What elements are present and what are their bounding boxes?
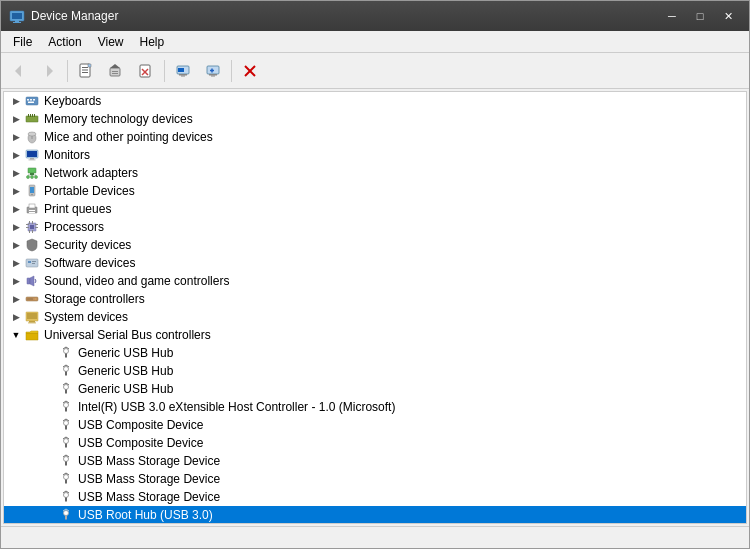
svg-point-49	[31, 176, 34, 179]
expand-icon-keyboards: ▶	[8, 93, 24, 109]
minimize-button[interactable]: ─	[659, 6, 685, 26]
memory-label: Memory technology devices	[44, 112, 193, 126]
svg-point-94	[64, 457, 69, 462]
tree-item-usb[interactable]: ▼ Universal Serial Bus controllers	[4, 326, 746, 344]
expand-icon-portable: ▶	[8, 183, 24, 199]
svg-rect-1	[12, 13, 22, 19]
monitors-label: Monitors	[44, 148, 90, 162]
tree-item-keyboards[interactable]: ▶ Keyboards	[4, 92, 746, 110]
tree-item-storage[interactable]: ▶ Storage controllers	[4, 290, 746, 308]
tree-panel[interactable]: ▶ Keyboards ▶ Memory technology devices …	[3, 91, 747, 524]
tree-item-generic-hub-3[interactable]: Generic USB Hub	[4, 380, 746, 398]
tree-item-memory[interactable]: ▶ Memory technology devices	[4, 110, 746, 128]
tree-item-generic-hub-1[interactable]: Generic USB Hub	[4, 344, 746, 362]
svg-marker-4	[15, 65, 21, 77]
tree-item-composite-2[interactable]: USB Composite Device	[4, 434, 746, 452]
add-hardware-button[interactable]	[199, 57, 227, 85]
svg-point-50	[35, 176, 38, 179]
menu-help[interactable]: Help	[132, 31, 173, 52]
expand-icon-intel	[42, 399, 58, 415]
expand-icon-ghub3	[42, 381, 58, 397]
uninstall-icon	[138, 63, 154, 79]
svg-rect-65	[32, 230, 33, 233]
svg-rect-79	[27, 313, 37, 319]
svg-rect-9	[82, 72, 88, 73]
keyboard-icon	[24, 93, 40, 109]
svg-rect-21	[178, 68, 184, 72]
svg-rect-89	[65, 408, 67, 412]
usb-root-icon	[58, 507, 74, 523]
update-driver-icon	[108, 63, 124, 79]
svg-rect-66	[26, 224, 29, 225]
usb-composite-icon-2	[58, 435, 74, 451]
tree-item-sound[interactable]: ▶ Sound, video and game controllers	[4, 272, 746, 290]
tree-item-print[interactable]: ▶ Print queues	[4, 200, 746, 218]
svg-point-82	[64, 349, 69, 354]
svg-rect-46	[28, 168, 36, 173]
app-icon	[9, 8, 25, 24]
usb-folder-icon	[24, 327, 40, 343]
tree-item-security[interactable]: ▶ Security devices	[4, 236, 746, 254]
tree-item-system[interactable]: ▶ System devices	[4, 308, 746, 326]
tree-item-monitors[interactable]: ▶ Monitors	[4, 146, 746, 164]
svg-rect-43	[27, 151, 37, 157]
tree-item-mass-3[interactable]: USB Mass Storage Device	[4, 488, 746, 506]
intel-usb-label: Intel(R) USB 3.0 eXtensible Host Control…	[78, 400, 395, 414]
svg-rect-47	[30, 173, 34, 175]
svg-rect-7	[82, 67, 88, 68]
software-label: Software devices	[44, 256, 135, 270]
update-driver-button[interactable]	[102, 57, 130, 85]
tree-item-mass-2[interactable]: USB Mass Storage Device	[4, 470, 746, 488]
svg-point-86	[64, 385, 69, 390]
expand-icon-software: ▶	[8, 255, 24, 271]
close-button[interactable]: ✕	[715, 6, 741, 26]
usb-hub-icon-3	[58, 381, 74, 397]
expand-icon-mass1	[42, 453, 58, 469]
remove-button[interactable]	[236, 57, 264, 85]
menu-file[interactable]: File	[5, 31, 40, 52]
scan-icon	[175, 63, 191, 79]
svg-rect-101	[65, 516, 67, 520]
menu-view[interactable]: View	[90, 31, 132, 52]
tree-item-mice[interactable]: ▶ Mice and other pointing devices	[4, 128, 746, 146]
svg-rect-13	[112, 71, 118, 72]
tree-item-software[interactable]: ▶ Software devices	[4, 254, 746, 272]
back-button[interactable]	[5, 57, 33, 85]
maximize-button[interactable]: □	[687, 6, 713, 26]
generic-hub-label-3: Generic USB Hub	[78, 382, 173, 396]
tree-item-network[interactable]: ▶ Network adapters	[4, 164, 746, 182]
root-hub-label: USB Root Hub (USB 3.0)	[78, 508, 213, 522]
print-icon	[24, 201, 40, 217]
tree-item-processors[interactable]: ▶ Processors	[4, 218, 746, 236]
tree-item-root-hub[interactable]: USB Root Hub (USB 3.0)	[4, 506, 746, 524]
device-manager-window: Device Manager ─ □ ✕ File Action View He…	[0, 0, 750, 549]
usb-mass-icon-1	[58, 453, 74, 469]
properties-button[interactable]	[72, 57, 100, 85]
title-bar: Device Manager ─ □ ✕	[1, 1, 749, 31]
tree-item-portable[interactable]: ▶ Portable Devices	[4, 182, 746, 200]
menu-bar: File Action View Help	[1, 31, 749, 53]
processors-label: Processors	[44, 220, 104, 234]
tree-item-mass-1[interactable]: USB Mass Storage Device	[4, 452, 746, 470]
tree-item-intel-usb[interactable]: Intel(R) USB 3.0 eXtensible Host Control…	[4, 398, 746, 416]
usb-mass-icon-2	[58, 471, 74, 487]
tree-item-generic-hub-2[interactable]: Generic USB Hub	[4, 362, 746, 380]
toolbar	[1, 53, 749, 89]
svg-rect-67	[26, 227, 29, 228]
svg-rect-93	[65, 444, 67, 448]
toolbar-sep-1	[67, 60, 68, 82]
add-hardware-icon	[205, 63, 221, 79]
svg-rect-80	[29, 321, 35, 323]
forward-button[interactable]	[35, 57, 63, 85]
menu-action[interactable]: Action	[40, 31, 89, 52]
tree-item-composite-1[interactable]: USB Composite Device	[4, 416, 746, 434]
svg-rect-77	[27, 299, 33, 300]
usb-hub-icon-1	[58, 345, 74, 361]
svg-rect-74	[27, 278, 30, 284]
composite-label-2: USB Composite Device	[78, 436, 203, 450]
scan-button[interactable]	[169, 57, 197, 85]
system-label: System devices	[44, 310, 128, 324]
composite-label-1: USB Composite Device	[78, 418, 203, 432]
uninstall-button[interactable]	[132, 57, 160, 85]
memory-icon	[24, 111, 40, 127]
